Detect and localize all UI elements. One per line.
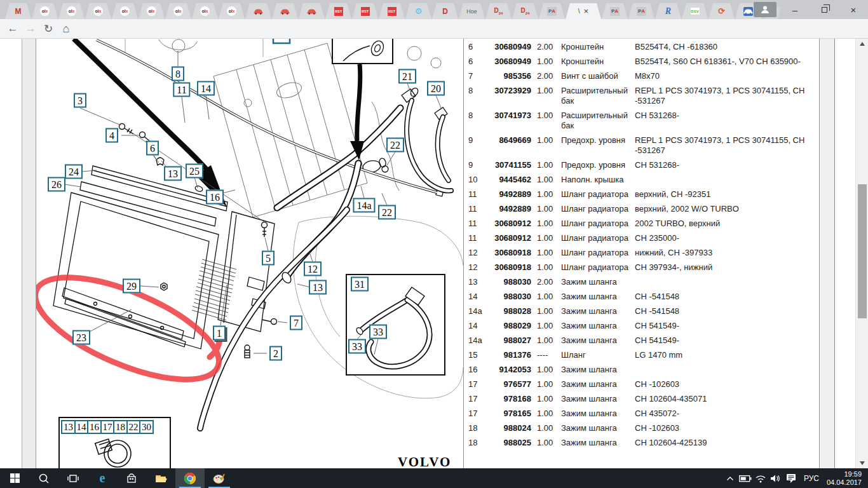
callout-13[interactable]: 13 [164,166,182,181]
callout-22[interactable]: 22 [386,138,404,152]
table-row[interactable]: 149880291.00Зажим шлангаCH 541549- [464,318,819,333]
tab-dsv-25[interactable]: DSV [682,3,708,19]
close-window-button[interactable]: × [839,0,868,19]
home-button[interactable]: ⌂ [58,21,74,36]
tab-olx-6[interactable]: olx [165,3,191,19]
tab-olx-7[interactable]: olx [192,3,218,19]
tab-active-catalog[interactable]: \× [566,3,601,19]
callout-33[interactable]: 33 [369,325,387,339]
callout-21[interactable]: 21 [398,69,416,84]
minimize-button[interactable]: – [780,0,810,19]
legend-callout-30[interactable]: 30 [139,420,154,434]
callout-2[interactable]: 2 [269,346,282,361]
tab-pa-22[interactable]: РА [602,3,628,19]
table-row[interactable]: 179781651.00Зажим шлангаCH 435072- [464,406,819,421]
table-row[interactable]: 14a9880281.00Зажим шлангаCH -541548 [464,304,819,318]
callout-13[interactable]: 13 [309,280,327,295]
taskbar-search-button[interactable] [29,468,58,488]
tab-car-red-10[interactable] [272,3,298,19]
table-row[interactable]: 12306809181.00Шланг радиаторанижний, CH … [464,245,819,260]
tab-gear-15[interactable]: ⚙ [405,3,431,19]
table-row[interactable]: 179781681.00Зажим шлангаCH 102604-435071 [464,391,819,406]
table-row[interactable]: 9307411551.00Предохр. уровняCH 531268- [464,158,819,172]
tab-d24-18[interactable]: D24 [485,3,512,19]
table-row[interactable]: 1194928891.00Шланг радиатораверхний, CH … [464,187,819,201]
callout-29[interactable]: 29 [123,279,140,294]
table-row[interactable]: 15981376----ШлангLG 1470 mm [464,348,819,362]
table-row[interactable]: 139880302.00Зажим шланга [464,274,819,289]
callout-16[interactable]: 16 [206,190,224,205]
callout-8[interactable]: 8 [172,67,184,81]
clock[interactable]: 19:59 04.04.2017 [824,470,868,487]
table-row[interactable]: 6306809491.00КронштейнB5254T4, S60 CH 61… [464,54,819,69]
table-row[interactable]: 1094454621.00Наполн. крышка [464,172,819,187]
tab-olx-5[interactable]: olx [139,3,165,19]
callout-31[interactable]: 31 [351,277,369,292]
chrome-taskbar-button[interactable] [175,468,205,488]
tab-car-red-11[interactable] [299,3,325,19]
tab-close-icon[interactable]: × [584,7,589,15]
callout-4[interactable]: 4 [105,128,118,143]
callout-11[interactable]: 11 [173,83,190,97]
tab-rst-12[interactable]: RST [325,3,351,19]
tab-d-red-16[interactable]: D [432,3,458,19]
forward-button[interactable]: → [23,21,38,36]
table-row[interactable]: 149880301.00Зажим шлангаCH -541548 [464,289,819,304]
tab-pa-23[interactable]: РА [628,3,654,19]
tab-olx-4[interactable]: olx [112,3,138,19]
callout-22[interactable]: 22 [378,205,396,220]
callout-7[interactable]: 7 [290,316,302,330]
scroll-down-arrow[interactable] [856,458,868,468]
table-row[interactable]: 1194928891.00Шланг радиатораверхний, 200… [464,201,819,216]
table-row[interactable]: 12306809181.00Шланг радиатораCH 397934-,… [464,260,819,274]
table-row[interactable]: 189880251.00Зажим шлангаCH 102604-425139 [464,435,819,450]
restore-button[interactable] [810,0,839,19]
table-row[interactable]: 6306809492.00КронштейнB5254T4, CH -61836… [464,39,819,54]
back-button[interactable]: ← [5,21,20,36]
scrollbar-thumb[interactable] [858,184,867,318]
callout-5[interactable]: 5 [262,251,275,266]
action-center-button[interactable] [783,468,799,488]
task-view-button[interactable] [58,468,88,488]
callout-33[interactable]: 33 [348,339,366,354]
store-button[interactable] [117,468,146,488]
callout-6[interactable]: 6 [146,141,159,156]
callout-1[interactable]: 1 [213,326,226,341]
table-row[interactable]: 179765771.00Зажим шлангаCH -102603 [464,377,819,391]
tab-rst-13[interactable]: RST [352,3,378,19]
table-row[interactable]: 11306809121.00Шланг радиатора2002 TURBO,… [464,216,819,231]
tab-olx-2[interactable]: olx [58,3,85,19]
table-scrollbar-track[interactable] [820,39,835,468]
tab-pa-20[interactable]: РА [539,3,565,19]
callout-3[interactable]: 3 [74,93,86,108]
page-scrollbar[interactable] [855,39,868,468]
table-row[interactable]: 8307239291.00Расширительный бакREPL 1 PC… [464,83,819,108]
battery-indicator[interactable] [738,468,753,488]
scroll-up-arrow[interactable] [856,39,868,49]
table-row[interactable]: 14a9880271.00Зажим шлангаCH 541549- [464,333,819,348]
table-row[interactable]: 1691420531.00Зажим шланга [464,362,819,377]
tab-olx-8[interactable]: olx [219,3,245,19]
table-row[interactable]: 986496691.00Предохр. уровняREPL 1 PCS 30… [464,133,819,158]
callout-20[interactable]: 20 [427,81,445,96]
volume-indicator[interactable] [768,468,783,488]
callout-25[interactable]: 25 [186,164,203,179]
wifi-indicator[interactable] [753,468,768,488]
reload-button[interactable]: ↻ [41,21,56,36]
tab-olx-3[interactable]: olx [85,3,111,19]
tray-chevron-button[interactable] [722,468,738,488]
paint-taskbar-button[interactable] [205,468,234,488]
tab-d24-19[interactable]: D24 [512,3,538,19]
callout-12[interactable]: 12 [304,262,322,276]
tab-r-script-24[interactable]: R [655,3,681,19]
edge-button[interactable]: e [88,468,117,488]
callout-23[interactable]: 23 [72,330,90,345]
tab-car-red-9[interactable] [245,3,271,19]
table-row[interactable]: 11306809121.00Шланг радиатораCH 235000- [464,231,819,245]
callout-26[interactable]: 26 [48,177,65,192]
table-row[interactable]: 8307419731.00Расширительный бакCH 531268… [464,108,819,133]
start-button[interactable] [0,468,29,488]
callout-24[interactable]: 24 [65,165,83,179]
table-row[interactable]: 79853562.00Винт с шайбойM8x70 [464,69,819,83]
profile-avatar-button[interactable] [754,2,776,17]
